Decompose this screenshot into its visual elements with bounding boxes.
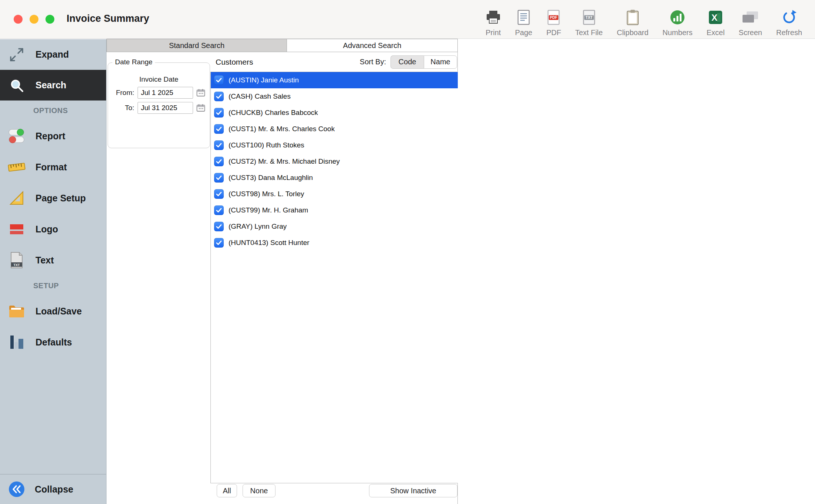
toolbar-page-button[interactable]: Page (508, 4, 540, 36)
date-range-group: Date Range Invoice Date From: To: (108, 62, 210, 148)
sort-by-name-button[interactable]: Name (424, 55, 457, 69)
load-save-icon (7, 302, 26, 320)
sort-by-code-button[interactable]: Code (390, 55, 424, 69)
toolbar-numbers-button[interactable]: Numbers (656, 4, 700, 36)
sidebar-item-logo[interactable]: Logo (0, 214, 106, 245)
customer-row[interactable]: (CHUCKB) Charles Babcock (211, 105, 458, 121)
toolbar-print-button[interactable]: Print (478, 4, 508, 36)
toolbar-text-file-label: Text File (575, 29, 602, 36)
toolbar-screen-label: Screen (739, 29, 762, 36)
expand-icon (7, 45, 26, 64)
sidebar-logo-label: Logo (35, 224, 58, 235)
sidebar-item-defaults[interactable]: Defaults (0, 327, 106, 358)
customer-label: (CUST2) Mr. & Mrs. Michael Disney (229, 157, 340, 166)
checkmark-icon (216, 78, 222, 83)
app-window: Invoice Summary Print Page PDF PDF (0, 0, 815, 504)
text-file-icon: TXT (583, 8, 595, 27)
customer-row[interactable]: (CUST3) Dana McLaughlin (211, 170, 458, 186)
sidebar-item-expand[interactable]: Expand (0, 39, 106, 70)
checkmark-icon (216, 159, 222, 164)
customer-row[interactable]: (CUST1) Mr. & Mrs. Charles Cook (211, 121, 458, 137)
standard-search-panel: Date Range Invoice Date From: To: Custom… (106, 52, 458, 504)
from-date-picker-icon[interactable] (196, 89, 206, 97)
toolbar-excel-label: Excel (707, 29, 725, 36)
select-all-button[interactable]: All (217, 484, 237, 497)
sidebar-section-setup: SETUP (0, 276, 106, 296)
customer-checkbox[interactable] (214, 124, 224, 134)
tab-standard-search[interactable]: Standard Search (106, 39, 287, 52)
sidebar-item-text[interactable]: TXT Text (0, 245, 106, 276)
sidebar-report-label: Report (35, 131, 65, 142)
customer-label: (HUNT0413) Scott Hunter (229, 239, 310, 247)
refresh-icon (781, 8, 797, 27)
toolbar-clipboard-button[interactable]: Clipboard (610, 4, 656, 36)
sidebar: Expand Search OPTIONS Report Format (0, 39, 106, 504)
checkmark-icon (216, 94, 222, 99)
customer-row[interactable]: (CUST2) Mr. & Mrs. Michael Disney (211, 153, 458, 170)
pdf-icon: PDF (547, 8, 560, 27)
customer-checkbox[interactable] (214, 238, 224, 248)
window-controls (14, 15, 54, 24)
customer-row[interactable]: (CUST99) Mr. H. Graham (211, 202, 458, 218)
search-icon (7, 76, 26, 95)
customer-row[interactable]: (CUST100) Ruth Stokes (211, 137, 458, 153)
sidebar-item-collapse[interactable]: Collapse (0, 474, 106, 504)
sidebar-item-page-setup[interactable]: Page Setup (0, 183, 106, 214)
from-date-input[interactable] (138, 87, 193, 99)
sidebar-expand-label: Expand (35, 49, 69, 60)
customer-checkbox[interactable] (214, 205, 224, 215)
search-tabs: Standard Search Advanced Search (106, 39, 458, 52)
customer-checkbox[interactable] (214, 189, 224, 199)
customer-row[interactable]: (GRAY) Lynn Gray (211, 218, 458, 235)
to-date-input[interactable] (138, 102, 193, 114)
customer-checkbox[interactable] (214, 75, 224, 85)
customer-checkbox[interactable] (214, 140, 224, 150)
customers-list-actions: All None Show Inactive (210, 484, 458, 497)
to-date-picker-icon[interactable] (196, 104, 206, 112)
sidebar-section-options: OPTIONS (0, 101, 106, 120)
toolbar-refresh-button[interactable]: Refresh (769, 4, 809, 36)
customer-checkbox[interactable] (214, 108, 224, 118)
toolbar-pdf-button[interactable]: PDF PDF (539, 4, 568, 36)
sidebar-item-report[interactable]: Report (0, 120, 106, 151)
sidebar-page-setup-label: Page Setup (35, 193, 86, 204)
sidebar-item-load-save[interactable]: Load/Save (0, 296, 106, 327)
sort-by-label: Sort By: (360, 58, 386, 66)
customers-title: Customers (216, 58, 253, 67)
customers-list[interactable]: (AUSTIN) Janie Austin (CASH) Cash Sales … (210, 72, 458, 483)
toolbar-screen-button[interactable]: Screen (732, 4, 769, 36)
toolbar-excel-button[interactable]: X Excel (700, 4, 732, 36)
customer-label: (CUST100) Ruth Stokes (229, 141, 304, 149)
toolbar-text-file-button[interactable]: TXT Text File (568, 4, 609, 36)
customer-checkbox[interactable] (214, 173, 224, 183)
logo-icon (7, 220, 26, 238)
customer-checkbox[interactable] (214, 222, 224, 231)
zoom-window-button[interactable] (45, 15, 54, 24)
minimize-window-button[interactable] (30, 15, 38, 24)
to-date-row: To: (108, 102, 206, 114)
sidebar-item-format[interactable]: Format (0, 151, 106, 183)
format-icon (7, 158, 26, 176)
show-inactive-button[interactable]: Show Inactive (369, 484, 457, 497)
select-none-button[interactable]: None (243, 484, 275, 497)
customer-row[interactable]: (CASH) Cash Sales (211, 88, 458, 105)
tab-advanced-search[interactable]: Advanced Search (287, 39, 458, 52)
sidebar-item-search[interactable]: Search (0, 70, 106, 101)
sidebar-format-label: Format (35, 162, 67, 173)
customer-checkbox[interactable] (214, 92, 224, 101)
checkmark-icon (216, 224, 222, 229)
toolbar-pdf-label: PDF (546, 29, 561, 36)
close-window-button[interactable] (14, 15, 23, 24)
toolbar-page-label: Page (515, 29, 532, 36)
print-icon (486, 8, 501, 27)
customer-label: (CUST99) Mr. H. Graham (229, 206, 308, 214)
customer-row[interactable]: (HUNT0413) Scott Hunter (211, 235, 458, 251)
customer-checkbox[interactable] (214, 157, 224, 166)
customer-row[interactable]: (AUSTIN) Janie Austin (211, 72, 458, 88)
checkmark-icon (216, 240, 222, 245)
numbers-icon (670, 8, 685, 27)
svg-text:TXT: TXT (585, 16, 592, 20)
customer-row[interactable]: (CUST98) Mrs. L. Torley (211, 186, 458, 202)
customer-label: (GRAY) Lynn Gray (229, 222, 287, 231)
customer-label: (CUST1) Mr. & Mrs. Charles Cook (229, 125, 335, 133)
